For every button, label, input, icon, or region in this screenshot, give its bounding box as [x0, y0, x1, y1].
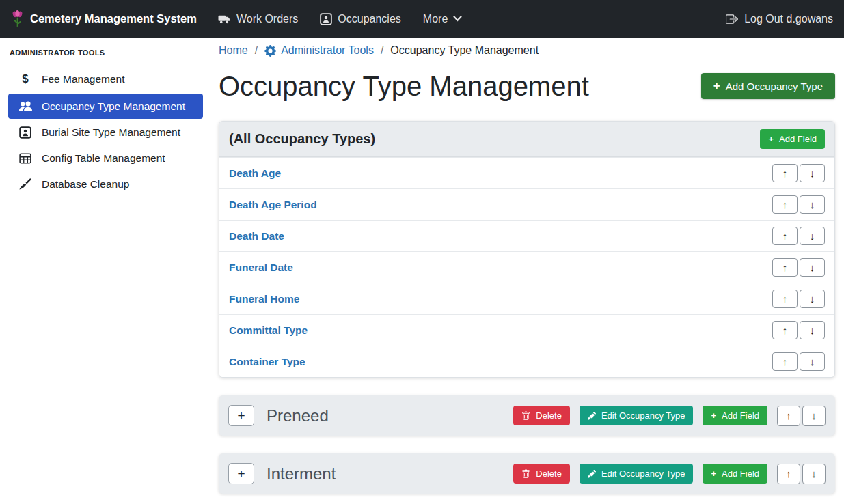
sidebar: Administrator Tools $ Fee Management Occ…: [0, 38, 208, 198]
delete-button[interactable]: Delete: [513, 464, 570, 484]
add-field-label: Add Field: [722, 410, 759, 421]
app-brand[interactable]: Cemetery Management System: [11, 10, 197, 28]
nav-more-label: More: [423, 13, 448, 25]
field-link[interactable]: Death Age Period: [229, 199, 317, 211]
table-icon: [18, 152, 33, 165]
person-frame-icon: [320, 13, 332, 25]
move-down-button[interactable]: ↓: [800, 321, 825, 339]
edit-occupancy-type-label: Edit Occupancy Type: [601, 468, 685, 479]
frame-person-icon: [18, 126, 33, 139]
breadcrumb-home[interactable]: Home: [219, 44, 248, 57]
logout-icon: [726, 13, 738, 25]
sidebar-item-label: Occupancy Type Management: [42, 100, 185, 113]
logout-button[interactable]: Log Out d.gowans: [726, 13, 833, 25]
edit-occupancy-type-button[interactable]: Edit Occupancy Type: [580, 464, 694, 484]
sidebar-item-occupancy-type-management[interactable]: Occupancy Type Management: [8, 94, 203, 119]
card-header: (All Occupancy Types) + Add Field: [219, 122, 834, 157]
move-down-button[interactable]: ↓: [802, 406, 826, 426]
add-field-label: Add Field: [779, 134, 817, 144]
sidebar-item-label: Config Table Management: [42, 152, 165, 165]
move-up-button[interactable]: ↑: [772, 164, 798, 182]
top-navbar: Cemetery Management System Work Orders: [0, 0, 844, 38]
flower-logo-icon: [11, 10, 24, 28]
trash-icon: [521, 469, 530, 479]
move-down-button[interactable]: ↓: [800, 227, 825, 245]
delete-label: Delete: [536, 410, 562, 421]
nav-more[interactable]: More: [423, 13, 462, 25]
section-bar-preneed: + Preneed Delete Edit Occupancy Typ: [219, 395, 835, 436]
breadcrumb-separator: /: [255, 44, 258, 57]
field-row: Death Age Period ↑ ↓: [219, 188, 834, 220]
field-row: Container Type ↑ ↓: [219, 346, 834, 377]
sidebar-item-label: Burial Site Type Management: [42, 126, 180, 139]
section-title: Preneed: [267, 406, 329, 425]
field-link[interactable]: Committal Type: [229, 324, 308, 337]
field-link[interactable]: Death Age: [229, 167, 281, 180]
move-up-button[interactable]: ↑: [772, 352, 798, 371]
edit-occupancy-type-label: Edit Occupancy Type: [601, 410, 685, 421]
sidebar-item-label: Database Cleanup: [42, 178, 129, 191]
move-up-button[interactable]: ↑: [772, 258, 798, 277]
edit-occupancy-type-button[interactable]: Edit Occupancy Type: [580, 406, 694, 425]
move-down-button[interactable]: ↓: [800, 195, 825, 214]
field-link[interactable]: Funeral Home: [229, 293, 299, 305]
sidebar-item-database-cleanup[interactable]: Database Cleanup: [8, 172, 203, 197]
move-up-button[interactable]: ↑: [777, 406, 800, 426]
field-link[interactable]: Container Type: [229, 356, 305, 368]
breadcrumb-current: Occupancy Type Management: [390, 44, 539, 57]
logout-label: Log Out d.gowans: [744, 13, 833, 25]
add-field-label: Add Field: [722, 468, 759, 479]
nav-work-orders-label: Work Orders: [236, 13, 298, 25]
move-down-button[interactable]: ↓: [800, 164, 825, 182]
add-field-button[interactable]: + Add Field: [703, 406, 767, 425]
field-row: Death Date ↑ ↓: [219, 220, 834, 251]
delete-button[interactable]: Delete: [513, 406, 570, 425]
breadcrumb: Home / Administrator Tools / Occupancy T…: [219, 44, 835, 57]
plus-icon: +: [713, 79, 720, 93]
breadcrumb-admin-tools-label: Administrator Tools: [281, 44, 374, 57]
sidebar-item-fee-management[interactable]: $ Fee Management: [8, 66, 203, 92]
section-title: Interment: [267, 464, 336, 484]
move-up-button[interactable]: ↑: [772, 290, 798, 308]
move-down-button[interactable]: ↓: [800, 352, 825, 371]
sidebar-item-burial-site-type-management[interactable]: Burial Site Type Management: [8, 120, 203, 145]
breadcrumb-separator: /: [381, 44, 383, 57]
field-link[interactable]: Death Date: [229, 230, 284, 242]
all-occupancy-types-card: (All Occupancy Types) + Add Field Death …: [219, 121, 835, 378]
nav-occupancies[interactable]: Occupancies: [320, 13, 401, 25]
move-up-button[interactable]: ↑: [772, 227, 798, 245]
move-up-button[interactable]: ↑: [777, 464, 800, 484]
pencil-icon: [588, 412, 596, 420]
breadcrumb-admin-tools[interactable]: Administrator Tools: [264, 44, 374, 57]
field-link[interactable]: Funeral Date: [229, 262, 293, 274]
add-occupancy-type-label: Add Occupancy Type: [726, 81, 823, 92]
move-down-button[interactable]: ↓: [800, 258, 825, 277]
sidebar-item-label: Fee Management: [42, 73, 125, 85]
field-row: Death Age ↑ ↓: [219, 157, 834, 188]
plus-icon: +: [711, 410, 716, 421]
add-field-button[interactable]: + Add Field: [703, 464, 767, 484]
dollar-icon: $: [18, 72, 33, 86]
move-down-button[interactable]: ↓: [800, 290, 825, 308]
pencil-icon: [588, 470, 596, 478]
main-content: Home / Administrator Tools / Occupancy T…: [208, 38, 844, 494]
move-up-button[interactable]: ↑: [772, 195, 798, 214]
expand-button[interactable]: +: [228, 405, 254, 426]
move-down-button[interactable]: ↓: [802, 464, 826, 484]
expand-button[interactable]: +: [228, 463, 254, 484]
chevron-down-icon: [453, 16, 462, 22]
plus-icon: +: [768, 134, 774, 144]
gear-icon: [264, 45, 276, 57]
add-field-button[interactable]: + Add Field: [760, 129, 825, 149]
delete-label: Delete: [536, 468, 562, 479]
nav-occupancies-label: Occupancies: [338, 13, 401, 25]
field-row: Funeral Home ↑ ↓: [219, 283, 834, 314]
field-row: Committal Type ↑ ↓: [219, 314, 834, 346]
move-up-button[interactable]: ↑: [772, 321, 798, 339]
sidebar-item-config-table-management[interactable]: Config Table Management: [8, 146, 203, 171]
plus-icon: +: [711, 468, 716, 479]
nav-work-orders[interactable]: Work Orders: [217, 13, 298, 25]
add-occupancy-type-button[interactable]: + Add Occupancy Type: [701, 73, 835, 99]
brand-label: Cemetery Management System: [30, 12, 197, 25]
broom-icon: [18, 178, 33, 191]
